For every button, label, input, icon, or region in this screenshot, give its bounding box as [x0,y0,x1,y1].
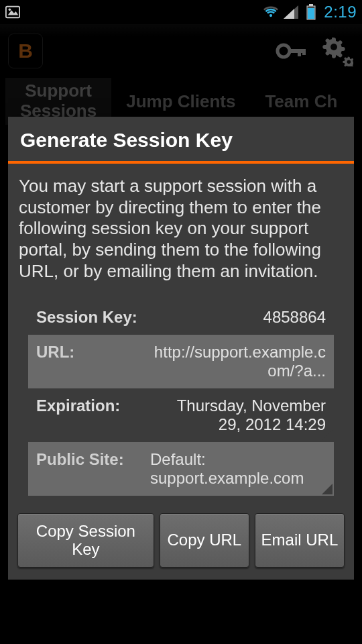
row-expiration: Expiration: Thursday, November 29, 2012 … [28,388,334,442]
battery-icon [304,5,318,19]
cell-signal-icon [284,5,298,19]
row-public-site[interactable]: Public Site: Default: support.example.co… [28,442,334,496]
dialog-button-bar: Copy Session Key Copy URL Email URL [8,504,354,580]
wifi-icon [263,5,278,19]
svg-marker-5 [284,9,294,19]
email-url-button[interactable]: Email URL [255,513,345,568]
value-expiration: Thursday, November 29, 2012 14:29 [150,396,326,434]
label-session-key: Session Key: [36,308,150,327]
label-public-site: Public Site: [36,450,150,469]
dialog-title: Generate Session Key [8,117,354,161]
status-bar: 2:19 [0,0,362,24]
dialog-body-text: You may start a support session with a c… [19,176,343,282]
svg-point-2 [9,9,11,11]
spinner-indicator-icon [322,484,333,494]
value-session-key[interactable]: 4858864 [150,308,326,327]
session-info-table: Session Key: 4858864 URL: http://support… [28,300,334,496]
spinner-indicator-icon [322,430,333,441]
generate-session-key-dialog: Generate Session Key You may start a sup… [8,117,354,580]
svg-marker-1 [8,10,19,15]
status-clock: 2:19 [324,3,357,21]
value-url: http://support.example.com/?a... [150,343,326,380]
svg-rect-8 [308,8,314,19]
svg-point-3 [269,14,272,17]
value-public-site: Default: support.example.com [150,450,326,488]
row-session-key: Session Key: 4858864 [28,300,334,335]
label-url: URL: [36,343,150,362]
pictures-icon [5,5,20,19]
row-url[interactable]: URL: http://support.example.com/?a... [28,335,334,388]
copy-session-key-button[interactable]: Copy Session Key [17,513,154,568]
copy-url-button[interactable]: Copy URL [160,513,249,568]
label-expiration: Expiration: [36,396,150,415]
